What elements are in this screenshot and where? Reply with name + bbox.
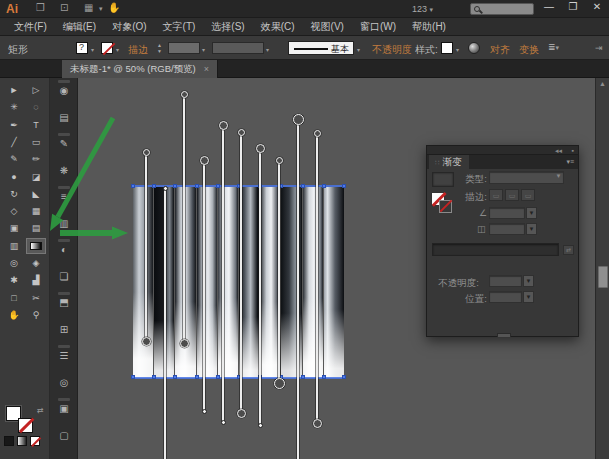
angle-input[interactable] xyxy=(489,207,525,219)
gradient-annotator-line[interactable] xyxy=(203,160,205,411)
stroke-dropdown-caret[interactable]: ▾ xyxy=(116,46,119,53)
menu-F[interactable]: 文件(F) xyxy=(6,18,55,35)
line-segment-tool[interactable]: ╱ xyxy=(4,134,24,150)
gradient-bar[interactable] xyxy=(324,187,344,378)
gradient-bar[interactable] xyxy=(133,187,153,378)
paintbrush-tool[interactable]: ✎ xyxy=(4,151,24,167)
perspective-grid-tool[interactable]: ▤ xyxy=(26,220,46,236)
opacity-link[interactable]: 不透明度 xyxy=(372,43,412,57)
gradient-endpoint-circle[interactable] xyxy=(256,144,265,153)
gradient-annotator-line[interactable] xyxy=(183,94,185,343)
symbol-sprayer-tool[interactable]: ✱ xyxy=(4,272,24,288)
gradient-endpoint-dot[interactable] xyxy=(202,409,207,414)
close-button[interactable]: ✕ xyxy=(589,1,605,12)
gradient-endpoint-dot[interactable] xyxy=(163,186,168,191)
anchor-point[interactable] xyxy=(322,375,326,379)
anchor-point[interactable] xyxy=(216,375,220,379)
gradient-tool[interactable] xyxy=(26,238,46,254)
gradient-button[interactable] xyxy=(17,436,27,446)
document-layout-icon[interactable]: ▦ xyxy=(84,2,93,13)
pencil-tool[interactable]: ✏ xyxy=(26,151,46,167)
stroke-weight-caret[interactable]: ▾ xyxy=(202,46,205,53)
gradient-bar[interactable] xyxy=(218,187,238,378)
vertical-scrollbar[interactable]: ▲ xyxy=(595,78,609,459)
width-profile-select[interactable] xyxy=(212,42,264,54)
none-button[interactable] xyxy=(30,436,40,446)
layers-panel-icon[interactable]: ❏ xyxy=(56,270,72,284)
panel-resize-handle[interactable] xyxy=(497,333,511,337)
menu-O[interactable]: 对象(O) xyxy=(104,18,154,35)
anchor-point[interactable] xyxy=(131,184,135,188)
anchor-point[interactable] xyxy=(152,184,156,188)
menu-C[interactable]: 效果(C) xyxy=(253,18,303,35)
panel-drag-bar[interactable]: ◂◂ ▪ xyxy=(427,146,578,155)
gradient-endpoint-circle[interactable] xyxy=(142,337,151,346)
stroke-panel-icon[interactable]: ≡ xyxy=(56,190,72,204)
collapse-panel-icon[interactable]: ◂◂ xyxy=(555,146,562,155)
stroke-across-button[interactable]: ▭ xyxy=(521,189,535,201)
eyedropper-tool[interactable]: ◎ xyxy=(4,255,24,271)
gradient-endpoint-circle[interactable] xyxy=(238,129,245,136)
shape-builder-tool[interactable]: ▣ xyxy=(4,220,24,236)
maximize-button[interactable]: ❐ xyxy=(565,1,581,12)
chevron-down-icon[interactable]: ▾ xyxy=(99,5,103,13)
gradient-annotator-line[interactable] xyxy=(164,188,166,459)
stop-opacity-caret[interactable]: ▼ xyxy=(523,275,534,287)
scroll-up-icon[interactable]: ▲ xyxy=(599,80,606,87)
gradient-endpoint-dot[interactable] xyxy=(258,423,263,428)
gradient-annotator-line[interactable] xyxy=(222,125,224,422)
canvas-area[interactable]: ⇄ ▣ ▣ ▣ ⬓ ? ►▷✳◌✒T╱▭✎✏●◪↻◣◇▦▣▤▥◎◈✱▟□✂✋⚲ … xyxy=(0,78,609,459)
gradient-bar[interactable] xyxy=(303,187,323,378)
arrange-documents-icon[interactable]: ⊡ xyxy=(60,2,68,13)
gradient-endpoint-circle[interactable] xyxy=(181,91,188,98)
anchor-point[interactable] xyxy=(322,184,326,188)
type-tool[interactable]: T xyxy=(26,117,46,133)
aspect-ratio-caret[interactable]: ▼ xyxy=(526,223,537,235)
pen-tool[interactable]: ✒ xyxy=(4,117,24,133)
gradient-endpoint-dot[interactable] xyxy=(221,420,226,425)
menu-S[interactable]: 选择(S) xyxy=(203,18,252,35)
align-panel-icon[interactable]: ☰ xyxy=(56,349,72,363)
menu-E[interactable]: 编辑(E) xyxy=(55,18,104,35)
zoom-tool[interactable]: ⚲ xyxy=(26,307,46,323)
blend-tool[interactable]: ◈ xyxy=(26,255,46,271)
anchor-point[interactable] xyxy=(131,375,135,379)
eraser-tool[interactable]: ◪ xyxy=(26,169,46,185)
width-tool[interactable]: ◇ xyxy=(4,203,24,219)
blob-brush-tool[interactable]: ● xyxy=(4,169,24,185)
stroke-link[interactable]: 描边 xyxy=(128,43,148,57)
gradient-endpoint-circle[interactable] xyxy=(143,149,150,156)
align-link[interactable]: 对齐 xyxy=(490,43,510,57)
column-graph-tool[interactable]: ▟ xyxy=(26,272,46,288)
lasso-tool[interactable]: ◌ xyxy=(26,99,46,115)
style-caret[interactable]: ▾ xyxy=(456,46,459,53)
swap-fill-stroke-icon[interactable]: ⇄ xyxy=(37,406,44,415)
gradient-endpoint-circle[interactable] xyxy=(313,419,322,428)
gradient-annotator-line[interactable] xyxy=(278,160,280,383)
recolor-artwork-icon[interactable] xyxy=(468,42,480,54)
stroke-weight-stepper[interactable]: ▲▼ xyxy=(157,42,162,54)
artboards-panel-icon[interactable]: ▢ xyxy=(56,429,72,443)
gradient-bar[interactable] xyxy=(175,187,195,378)
color-panel-icon[interactable]: ◉ xyxy=(56,84,72,98)
selection-tool[interactable]: ► xyxy=(4,82,24,98)
stroke-along-button[interactable]: ▭ xyxy=(505,189,519,201)
stroke-proxy[interactable] xyxy=(18,418,33,433)
gradient-endpoint-circle[interactable] xyxy=(314,130,321,137)
gradient-annotator-line[interactable] xyxy=(145,152,147,341)
gradient-endpoint-circle[interactable] xyxy=(219,121,228,130)
fill-dropdown-caret[interactable]: ▾ xyxy=(91,46,94,53)
menu-H[interactable]: 帮助(H) xyxy=(404,18,454,35)
hand-tool[interactable]: ✋ xyxy=(4,307,24,323)
anchor-point[interactable] xyxy=(301,184,305,188)
gradient-slider[interactable] xyxy=(432,243,559,256)
workspace-switcher[interactable]: 123 ▾ xyxy=(412,4,433,14)
minimize-button[interactable]: — xyxy=(541,1,557,12)
symbols-panel-icon[interactable]: ❋ xyxy=(56,164,72,178)
fill-swatch[interactable]: ? xyxy=(76,42,88,54)
gradient-panel-icon[interactable]: ▥ xyxy=(56,217,72,231)
anchor-point[interactable] xyxy=(342,375,346,379)
transform-panel-icon[interactable]: ⊞ xyxy=(56,323,72,337)
stop-opacity-input[interactable] xyxy=(489,275,522,287)
gradient-endpoint-circle[interactable] xyxy=(180,339,189,348)
